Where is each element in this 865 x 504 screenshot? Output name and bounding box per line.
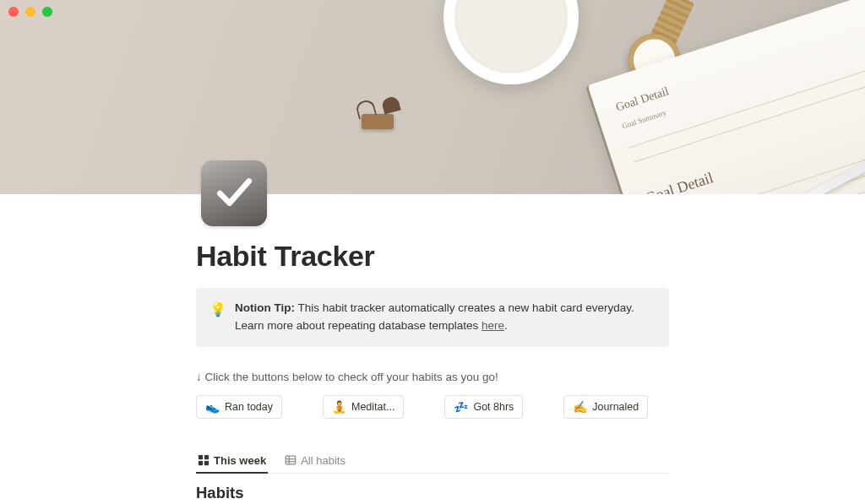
habit-button-got-8hrs[interactable]: 💤 Got 8hrs <box>444 395 523 419</box>
habit-button-label: Ran today <box>225 401 273 413</box>
page-cover[interactable]: Goal Detail Goal Summary Goal Detail <box>0 0 865 194</box>
window-traffic-lights <box>8 7 52 17</box>
tab-all-habits[interactable]: All habits <box>283 451 347 473</box>
database-title[interactable]: Habits <box>196 484 669 502</box>
callout-body-before: This habit tracker automatically creates… <box>235 301 634 332</box>
svg-rect-4 <box>286 457 295 465</box>
svg-rect-1 <box>204 455 209 459</box>
hint-text: ↓ Click the buttons below to check off y… <box>196 371 669 383</box>
page-icon[interactable] <box>201 160 267 226</box>
habit-button-journaled[interactable]: ✍️ Journaled <box>563 395 648 419</box>
meditation-icon: 🧘 <box>332 400 346 414</box>
database-view-tabs: This week All habits <box>196 451 669 474</box>
fullscreen-window-button[interactable] <box>42 7 52 17</box>
habit-button-label: Journaled <box>592 401 639 413</box>
callout-link-here[interactable]: here <box>481 319 504 332</box>
habit-button-label: Got 8hrs <box>473 401 514 413</box>
page-title[interactable]: Habit Tracker <box>196 240 669 273</box>
lightbulb-icon: 💡 <box>209 300 226 335</box>
svg-rect-0 <box>199 455 203 459</box>
habit-buttons-row: 👟 Ran today 🧘 Meditat... 💤 Got 8hrs ✍️ J… <box>196 395 669 419</box>
minimize-window-button[interactable] <box>25 7 35 17</box>
sleep-icon: 💤 <box>454 400 468 414</box>
svg-rect-2 <box>199 461 203 465</box>
callout-block[interactable]: 💡 Notion Tip: This habit tracker automat… <box>196 288 669 347</box>
callout-text: Notion Tip: This habit tracker automatic… <box>235 300 656 335</box>
writing-hand-icon: ✍️ <box>573 400 587 414</box>
tab-this-week[interactable]: This week <box>196 451 268 473</box>
checkmark-box-icon <box>213 171 255 216</box>
table-view-icon <box>285 454 296 466</box>
tab-label: This week <box>214 454 266 467</box>
cover-coffee-cup <box>443 0 579 84</box>
tab-label: All habits <box>301 454 345 467</box>
gallery-view-icon <box>198 454 209 466</box>
habit-button-label: Meditat... <box>351 401 394 413</box>
page-content: Habit Tracker 💡 Notion Tip: This habit t… <box>196 194 669 502</box>
svg-rect-3 <box>204 461 209 465</box>
callout-tip-label: Notion Tip: <box>235 301 295 314</box>
close-window-button[interactable] <box>8 7 19 17</box>
callout-body-after: . <box>504 319 508 332</box>
habit-button-ran-today[interactable]: 👟 Ran today <box>196 395 282 419</box>
running-shoe-icon: 👟 <box>205 400 220 414</box>
habit-button-meditated[interactable]: 🧘 Meditat... <box>323 395 404 419</box>
cover-binder-clip <box>355 97 401 135</box>
